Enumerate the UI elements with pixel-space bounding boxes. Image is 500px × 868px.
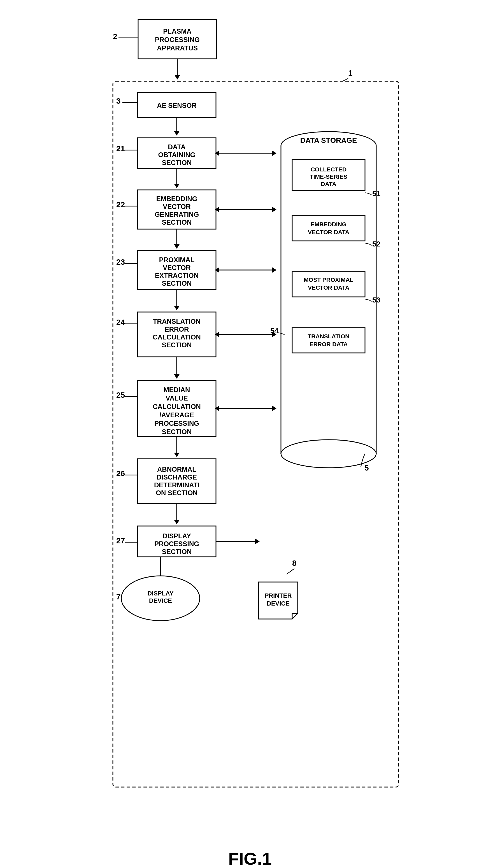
label-25: 25: [116, 391, 125, 399]
label-5: 5: [364, 464, 369, 472]
median-line6: SECTION: [162, 428, 192, 435]
label-21: 21: [116, 144, 125, 153]
proximal-line4: SECTION: [162, 279, 192, 287]
label-52: 52: [372, 240, 380, 248]
data-obtaining-line3: SECTION: [162, 159, 192, 167]
abnormal-line2: DISCHARGE: [156, 473, 197, 481]
abnormal-line3: DETERMINATI: [154, 481, 199, 489]
translation-error-line1: TRANSLATION: [153, 318, 200, 325]
label-54: 54: [270, 327, 279, 335]
plasma-label-line1: PLASMA: [163, 27, 191, 35]
translation-data-line1: TRANSLATION: [308, 333, 349, 340]
embedding-line1: EMBEDDING: [156, 195, 197, 203]
cylinder-body: [281, 146, 376, 454]
display-device-line1: DISPLAY: [147, 590, 174, 597]
label-7: 7: [116, 592, 121, 601]
translation-data-line2: ERROR DATA: [309, 341, 348, 347]
display-processing-line2: PROCESSING: [154, 540, 199, 548]
label-51: 51: [372, 189, 380, 198]
label-3: 3: [116, 96, 121, 105]
figure-text: FIG.1: [228, 849, 272, 868]
proximal-line3: EXTRACTION: [155, 272, 198, 279]
printer-device-line1: PRINTER: [264, 592, 292, 599]
data-storage-label: DATA STORAGE: [300, 136, 357, 145]
display-processing-line1: DISPLAY: [162, 532, 191, 540]
collected-line2: TIME-SERIES: [309, 173, 347, 180]
embedding-line2: VECTOR: [163, 203, 191, 210]
median-line3: CALCULATION: [153, 403, 201, 410]
cylinder-bottom: [281, 440, 376, 468]
label-24: 24: [116, 318, 125, 327]
embedding-data-line2: VECTOR DATA: [308, 229, 349, 235]
median-line5: PROCESSING: [154, 420, 199, 427]
label-2: 2: [113, 32, 117, 41]
median-line1: MEDIAN: [163, 386, 190, 393]
proximal-line2: VECTOR: [163, 264, 191, 271]
plasma-label-line3: APPARATUS: [157, 44, 198, 52]
proximal-data-line2: VECTOR DATA: [308, 284, 349, 291]
abnormal-line4: ON SECTION: [156, 489, 197, 496]
plasma-label-line2: PROCESSING: [155, 36, 200, 43]
label-8: 8: [292, 559, 297, 568]
main-diagram: 2 PLASMA PROCESSING APPARATUS 1 3 AE SEN…: [96, 11, 404, 846]
data-obtaining-line1: DATA: [168, 143, 185, 151]
proximal-data-line1: MOST PROXIMAL: [304, 276, 353, 283]
proximal-line1: PROXIMAL: [159, 256, 194, 264]
translation-data-box: [292, 328, 365, 353]
median-line4: /AVERAGE: [159, 411, 194, 419]
label-1: 1: [348, 69, 353, 77]
display-device-line2: DEVICE: [149, 597, 172, 604]
translation-error-line3: CALCULATION: [153, 333, 201, 341]
diagram-container: 2 PLASMA PROCESSING APPARATUS 1 3 AE SEN…: [96, 11, 404, 846]
abnormal-line1: ABNORMAL: [157, 466, 196, 473]
display-processing-line3: SECTION: [162, 548, 192, 556]
collected-line1: COLLECTED: [310, 166, 346, 173]
embedding-line4: SECTION: [162, 218, 192, 226]
figure-label: FIG.1: [228, 849, 272, 868]
data-obtaining-line2: OBTAINING: [158, 151, 195, 159]
arrow-plasma-to-sensor: [174, 75, 180, 80]
label-53: 53: [372, 296, 380, 304]
ae-sensor-label: AE SENSOR: [157, 102, 196, 109]
label-27: 27: [116, 536, 125, 545]
median-line2: VALUE: [166, 395, 188, 402]
translation-error-line4: SECTION: [162, 341, 192, 349]
embedding-data-line1: EMBEDDING: [310, 221, 346, 227]
embedding-line3: GENERATING: [154, 210, 198, 218]
label-22: 22: [116, 200, 125, 209]
label-23: 23: [116, 258, 125, 266]
translation-error-line2: ERROR: [164, 326, 189, 333]
label-26: 26: [116, 469, 125, 478]
embedding-data-box: [292, 216, 365, 241]
collected-line3: DATA: [321, 181, 336, 187]
printer-device-line2: DEVICE: [267, 600, 289, 607]
